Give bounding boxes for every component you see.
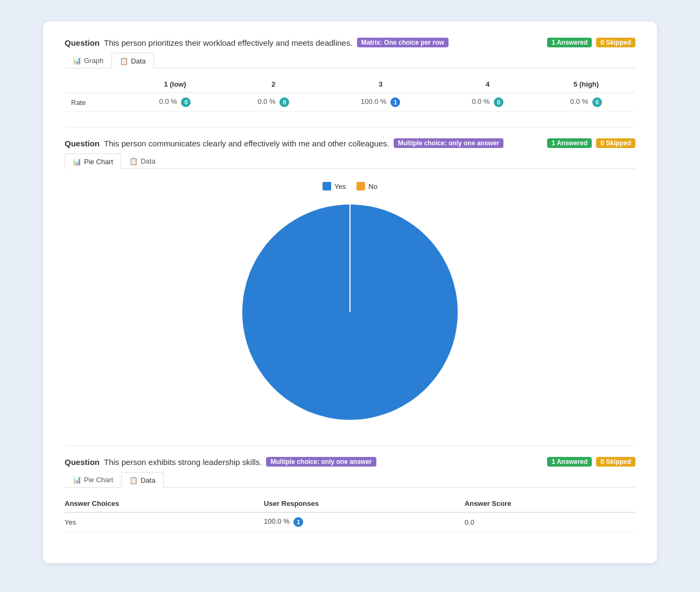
tab-label-q1-graph: Graph bbox=[84, 57, 103, 65]
matrix-val-1-0: 0.0 % bbox=[159, 97, 177, 105]
tab-label-q1-data: Data bbox=[131, 57, 145, 65]
question-block-3: Question This person exhibits strong lea… bbox=[65, 457, 635, 532]
tab-q1-graph[interactable]: 📊 Graph bbox=[65, 53, 111, 68]
pie-icon-q2: 📊 bbox=[73, 158, 81, 166]
skipped-badge-3: 0 Skipped bbox=[596, 457, 635, 467]
matrix-count-1-2: 1 bbox=[390, 97, 400, 107]
matrix-cell-1-1: 0.0 % 0 bbox=[224, 93, 323, 112]
tab-label-q3-pie: Pie Chart bbox=[84, 476, 113, 484]
question-block-2: Question This person communicates clearl… bbox=[65, 138, 635, 431]
answer-response-yes: 100.0 % 1 bbox=[264, 512, 465, 532]
skipped-badge-2: 0 Skipped bbox=[596, 138, 635, 148]
tab-q3-data[interactable]: 📋 Data bbox=[121, 472, 163, 488]
question-badge-1: Matrix: One choice per row bbox=[357, 38, 449, 47]
question-text-1: This person prioritizes their workload e… bbox=[104, 38, 353, 47]
matrix-col-header-empty bbox=[65, 76, 126, 93]
divider-2 bbox=[65, 446, 635, 446]
matrix-cell-1-3: 0.0 % 0 bbox=[438, 93, 537, 112]
matrix-count-1-4: 0 bbox=[592, 97, 602, 107]
matrix-col-1-low: 1 (low) bbox=[126, 76, 225, 93]
legend-yes-dot bbox=[323, 182, 331, 191]
question-header-left-2: Question This person communicates clearl… bbox=[65, 138, 543, 148]
answer-col-choices: Answer Choices bbox=[65, 495, 264, 512]
tabs-q2: 📊 Pie Chart 📋 Data bbox=[65, 153, 635, 169]
tab-q1-data[interactable]: 📋 Data bbox=[111, 53, 153, 68]
answered-badge-1: 1 Answered bbox=[547, 38, 592, 47]
answer-choice-yes: Yes bbox=[65, 512, 264, 532]
question-block-1: Question This person prioritizes their w… bbox=[65, 38, 635, 112]
question-badge-3: Multiple choice: only one answer bbox=[266, 457, 376, 467]
matrix-count-1-0: 0 bbox=[181, 97, 191, 107]
answer-row-yes: Yes 100.0 % 1 0.0 bbox=[65, 512, 635, 532]
pie-icon-q3: 📊 bbox=[73, 476, 81, 484]
graph-icon-q1: 📊 bbox=[73, 57, 81, 65]
matrix-col-5-high: 5 (high) bbox=[537, 76, 635, 93]
answer-count-yes: 1 bbox=[293, 517, 303, 527]
tab-label-q2-data: Data bbox=[141, 157, 155, 165]
legend-no-label: No bbox=[368, 182, 377, 191]
question-header-row-3: Question This person exhibits strong lea… bbox=[65, 457, 635, 467]
tab-q2-pie[interactable]: 📊 Pie Chart bbox=[65, 153, 121, 169]
question-label-1: Question bbox=[65, 38, 100, 47]
question-header-left-3: Question This person exhibits strong lea… bbox=[65, 457, 543, 467]
pie-chart-svg bbox=[237, 199, 463, 425]
pie-chart-container-q2: Yes No bbox=[65, 177, 635, 431]
matrix-col-3: 3 bbox=[323, 76, 438, 93]
question-label-3: Question bbox=[65, 457, 100, 467]
question-text-3: This person exhibits strong leadership s… bbox=[104, 457, 262, 467]
answer-col-score: Answer Score bbox=[465, 495, 635, 512]
answer-col-responses: User Responses bbox=[264, 495, 465, 512]
answered-badge-3: 1 Answered bbox=[547, 457, 592, 467]
matrix-val-1-2: 100.0 % bbox=[361, 97, 387, 105]
badge-counts-1: 1 Answered 0 Skipped bbox=[547, 38, 635, 47]
tabs-q1: 📊 Graph 📋 Data bbox=[65, 53, 635, 68]
skipped-badge-1: 0 Skipped bbox=[596, 38, 635, 47]
question-text-2: This person communicates clearly and eff… bbox=[104, 139, 389, 148]
tabs-q3: 📊 Pie Chart 📋 Data bbox=[65, 472, 635, 488]
answered-badge-2: 1 Answered bbox=[547, 138, 592, 148]
matrix-col-2: 2 bbox=[224, 76, 323, 93]
matrix-row-label-rate: Rate bbox=[65, 93, 126, 112]
question-header-row-1: Question This person prioritizes their w… bbox=[65, 38, 635, 47]
legend-no-dot bbox=[356, 182, 365, 191]
question-badge-2: Multiple choice: only one answer bbox=[394, 138, 503, 148]
answer-response-pct: 100.0 % bbox=[264, 517, 290, 525]
question-header-row-2: Question This person communicates clearl… bbox=[65, 138, 635, 148]
matrix-cell-1-0: 0.0 % 0 bbox=[126, 93, 225, 112]
main-card: Question This person prioritizes their w… bbox=[43, 22, 657, 563]
matrix-val-1-1: 0.0 % bbox=[257, 97, 275, 105]
legend-yes-label: Yes bbox=[334, 182, 346, 191]
matrix-col-4: 4 bbox=[438, 76, 537, 93]
matrix-table-q1: 1 (low) 2 3 4 5 (high) Rate 0.0 % 0 0.0 … bbox=[65, 76, 635, 112]
pie-legend-q2: Yes No bbox=[323, 182, 377, 191]
legend-yes: Yes bbox=[323, 182, 346, 191]
legend-no: No bbox=[356, 182, 377, 191]
question-header-left-1: Question This person prioritizes their w… bbox=[65, 38, 543, 47]
matrix-cell-1-4: 0.0 % 0 bbox=[537, 93, 635, 112]
data-icon-q1: 📋 bbox=[120, 57, 128, 65]
data-icon-q3: 📋 bbox=[129, 476, 138, 484]
tab-q2-data[interactable]: 📋 Data bbox=[121, 153, 163, 168]
answer-score-yes: 0.0 bbox=[465, 512, 635, 532]
answer-table-q3: Answer Choices User Responses Answer Sco… bbox=[65, 495, 635, 532]
matrix-val-1-3: 0.0 % bbox=[472, 97, 489, 105]
tab-q3-pie[interactable]: 📊 Pie Chart bbox=[65, 472, 121, 487]
question-label-2: Question bbox=[65, 139, 100, 148]
tab-label-q3-data: Data bbox=[141, 476, 155, 484]
tab-label-q2-pie: Pie Chart bbox=[84, 158, 113, 166]
matrix-cell-1-2: 100.0 % 1 bbox=[323, 93, 438, 112]
data-icon-q2: 📋 bbox=[129, 157, 138, 165]
badge-counts-2: 1 Answered 0 Skipped bbox=[547, 138, 635, 148]
matrix-row-rate: Rate 0.0 % 0 0.0 % 0 100.0 % 1 0.0 % bbox=[65, 93, 635, 112]
badge-counts-3: 1 Answered 0 Skipped bbox=[547, 457, 635, 467]
matrix-count-1-1: 0 bbox=[279, 97, 289, 107]
matrix-val-1-4: 0.0 % bbox=[570, 97, 588, 105]
divider-1 bbox=[65, 127, 635, 128]
matrix-count-1-3: 0 bbox=[494, 97, 503, 107]
